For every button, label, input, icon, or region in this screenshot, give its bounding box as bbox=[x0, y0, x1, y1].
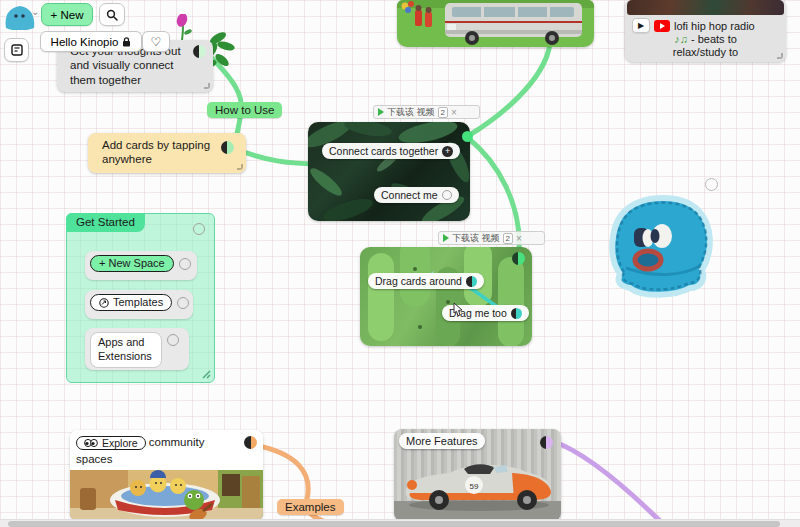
cursor-pointer-icon bbox=[452, 302, 464, 316]
card-connector-icon[interactable] bbox=[193, 45, 206, 58]
connect-cards-label: Connect cards together bbox=[329, 145, 438, 157]
more-features-label: More Features bbox=[406, 435, 478, 447]
explore-card-text: Explore community spaces bbox=[76, 434, 244, 469]
card-connector-icon[interactable] bbox=[540, 436, 553, 449]
box-connector-icon[interactable] bbox=[193, 223, 205, 235]
gumball-patch-image[interactable] bbox=[604, 186, 718, 304]
new-space-button[interactable]: + New Space bbox=[90, 255, 174, 272]
card-connector-icon[interactable] bbox=[442, 190, 452, 200]
play-video-button[interactable]: ▶ bbox=[632, 18, 650, 33]
connect-demo-card[interactable]: Connect cards together + Connect me bbox=[308, 122, 470, 221]
connect-cards-card[interactable]: Connect cards together + bbox=[322, 143, 460, 159]
more-features-card[interactable]: 59 More Features bbox=[394, 429, 561, 521]
video-download-banner[interactable]: 下载该 视频 2 × bbox=[438, 231, 545, 245]
search-button[interactable] bbox=[99, 3, 125, 26]
how-to-use-label[interactable]: How to Use bbox=[207, 102, 282, 118]
drag-cards-label: Drag cards around bbox=[375, 275, 462, 287]
connection-morefeatures bbox=[552, 441, 666, 527]
more-features-label-card[interactable]: More Features bbox=[399, 433, 485, 449]
templates-icon bbox=[99, 298, 109, 308]
video-download-label[interactable]: 下载该 视频 bbox=[452, 232, 500, 245]
add-cards-text: Add cards by tapping anywhere bbox=[102, 138, 224, 167]
chevron-down-icon[interactable]: ⌄ bbox=[31, 6, 39, 17]
lofi-thumbnail-image bbox=[627, 0, 784, 15]
play-icon bbox=[443, 234, 449, 242]
apps-extensions-card[interactable]: Apps and Extensions bbox=[85, 328, 189, 370]
card-resize-handle[interactable] bbox=[777, 53, 783, 59]
card-connector-icon[interactable] bbox=[221, 141, 234, 154]
new-space-card[interactable]: + New Space bbox=[85, 251, 197, 280]
lofi-title-line3: relax/study to bbox=[625, 46, 786, 58]
van-image bbox=[397, 0, 594, 47]
card-connector-icon[interactable] bbox=[462, 131, 473, 142]
connection-van-to-connect bbox=[468, 44, 550, 136]
connector-plus-icon[interactable]: + bbox=[442, 146, 453, 157]
close-icon[interactable]: × bbox=[451, 107, 457, 118]
card-connector-icon[interactable] bbox=[177, 297, 189, 309]
templates-card[interactable]: Templates bbox=[85, 290, 193, 319]
explore-button-label: Explore bbox=[102, 438, 138, 449]
journal-icon bbox=[11, 44, 23, 56]
van-image-card[interactable] bbox=[397, 0, 594, 47]
video-download-label[interactable]: 下载该 视频 bbox=[387, 106, 435, 119]
add-cards-card[interactable]: Add cards by tapping anywhere bbox=[88, 133, 246, 173]
new-button[interactable]: + New bbox=[41, 3, 93, 26]
examples-label[interactable]: Examples bbox=[277, 499, 344, 515]
drag-cards-card[interactable]: Drag cards around bbox=[368, 273, 484, 289]
connect-me-card[interactable]: Connect me bbox=[374, 187, 459, 203]
search-icon bbox=[106, 9, 118, 21]
card-connector-icon[interactable] bbox=[466, 276, 477, 287]
horizontal-scrollbar-track[interactable] bbox=[0, 519, 800, 527]
card-connector-icon[interactable] bbox=[244, 436, 257, 449]
heart-icon: ♡ bbox=[151, 35, 162, 49]
connect-me-label: Connect me bbox=[381, 189, 438, 201]
card-connector-icon[interactable] bbox=[179, 258, 191, 270]
box-resize-handle[interactable] bbox=[202, 370, 211, 379]
eyes-icon bbox=[84, 439, 98, 447]
space-name-label: Hello Kinopio bbox=[51, 36, 119, 48]
lofi-title-line1: lofi hip hop radio bbox=[674, 20, 755, 32]
get-started-box[interactable]: Get Started + New Space Templates Apps a… bbox=[66, 213, 215, 383]
play-icon: ▶ bbox=[638, 21, 644, 30]
get-started-box-title[interactable]: Get Started bbox=[66, 213, 145, 232]
journal-button[interactable] bbox=[4, 38, 29, 62]
jungle-foliage-image bbox=[308, 122, 470, 221]
flower-decoration bbox=[172, 14, 196, 42]
video-count-badge: 2 bbox=[438, 107, 448, 118]
card-connector-icon[interactable] bbox=[511, 308, 522, 319]
templates-button[interactable]: Templates bbox=[90, 294, 172, 311]
lofi-title-line2: ♪♫ - beats to bbox=[625, 33, 786, 45]
play-icon bbox=[378, 108, 384, 116]
drag-demo-card[interactable]: Drag cards around Drag me too bbox=[360, 247, 532, 346]
lock-icon bbox=[122, 37, 131, 47]
community-spaces-image bbox=[70, 470, 263, 521]
youtube-icon bbox=[654, 20, 670, 32]
space-name-button[interactable]: Hello Kinopio bbox=[40, 31, 142, 52]
horizontal-scrollbar-thumb[interactable] bbox=[8, 521, 780, 527]
favorite-button[interactable]: ♡ bbox=[142, 31, 170, 52]
explore-card[interactable]: Explore community spaces bbox=[70, 430, 263, 521]
card-resize-handle[interactable] bbox=[204, 83, 210, 89]
music-notes-icon: ♪♫ bbox=[674, 33, 688, 45]
card-connector-icon[interactable] bbox=[167, 334, 179, 346]
card-connector-icon[interactable] bbox=[512, 252, 525, 265]
drag-connection-line bbox=[360, 247, 532, 346]
lofi-video-card[interactable]: ▶ lofi hip hop radio ♪♫ - beats to relax… bbox=[625, 0, 786, 62]
explore-button[interactable]: Explore bbox=[76, 436, 146, 451]
close-icon[interactable]: × bbox=[516, 233, 522, 244]
video-download-banner[interactable]: 下载该 视频 2 × bbox=[373, 105, 480, 119]
video-count-badge: 2 bbox=[503, 233, 513, 244]
kinopio-space-canvas[interactable]: Get your thoughts out and visually conne… bbox=[0, 0, 800, 527]
apps-extensions-button[interactable]: Apps and Extensions bbox=[90, 332, 162, 368]
card-resize-handle[interactable] bbox=[237, 164, 243, 170]
templates-label: Templates bbox=[113, 297, 163, 308]
svg-text:59: 59 bbox=[470, 482, 479, 491]
